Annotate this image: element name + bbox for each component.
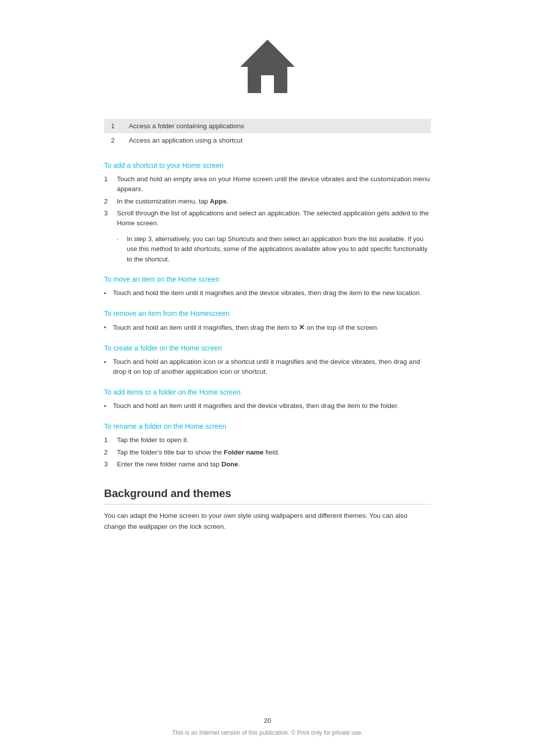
- list-item: 1 Touch and hold an empty area on your H…: [104, 174, 431, 195]
- section-heading: To add a shortcut to your Home screen: [104, 161, 431, 169]
- section-heading: To add items to a folder on the Home scr…: [104, 388, 431, 396]
- table-row: 2 Access an application using a shortcut: [104, 133, 431, 148]
- section-heading: To rename a folder on the Home screen: [104, 422, 431, 430]
- bullet-list: • Touch and hold an application icon or …: [104, 357, 431, 378]
- section-remove-item: To remove an item from the Homescreen • …: [104, 309, 431, 333]
- home-icon: [235, 35, 300, 99]
- list-item: • Touch and hold the item until it magni…: [104, 288, 431, 299]
- table-row: 1 Access a folder containing application…: [104, 119, 431, 133]
- numbered-list: 1 Touch and hold an empty area on your H…: [104, 174, 431, 228]
- bg-themes-text: You can adapt the Home screen to your ow…: [104, 510, 431, 532]
- section-create-folder: To create a folder on the Home screen • …: [104, 344, 431, 378]
- section-add-shortcut: To add a shortcut to your Home screen 1 …: [104, 161, 431, 264]
- note-text: In step 3, alternatively, you can tap Sh…: [127, 234, 431, 264]
- page-content: 1 Access a folder containing application…: [74, 0, 461, 575]
- section-bg-themes: Background and themes You can adapt the …: [104, 487, 431, 532]
- page-footer: 20 This is an Internet version of this p…: [0, 717, 535, 736]
- page-number: 20: [0, 717, 535, 724]
- row-desc: Access an application using a shortcut: [129, 137, 243, 144]
- svg-marker-0: [240, 40, 295, 93]
- section-add-items-folder: To add items to a folder on the Home scr…: [104, 388, 431, 411]
- section-heading: To create a folder on the Home screen: [104, 344, 431, 352]
- bullet-list: • Touch and hold an item until it magnif…: [104, 322, 431, 333]
- bullet-list: • Touch and hold the item until it magni…: [104, 288, 431, 299]
- list-item: 2 Tap the folder's title bar to show the…: [104, 448, 431, 457]
- list-item: 2 In the customization menu, tap Apps.: [104, 197, 431, 206]
- section-heading: To move an item on the Home screen: [104, 275, 431, 283]
- list-item: • Touch and hold an item until it magnif…: [104, 401, 431, 411]
- section-heading: To remove an item from the Homescreen: [104, 309, 431, 317]
- section-move-item: To move an item on the Home screen • Tou…: [104, 275, 431, 299]
- list-item: 3 Enter the new folder name and tap Done…: [104, 459, 431, 469]
- list-item: 1 Tap the folder to open it.: [104, 435, 431, 445]
- legend-table: 1 Access a folder containing application…: [104, 119, 431, 148]
- numbered-list: 1 Tap the folder to open it. 2 Tap the f…: [104, 435, 431, 469]
- bg-themes-heading: Background and themes: [104, 487, 431, 504]
- note-box: · In step 3, alternatively, you can tap …: [117, 234, 431, 264]
- footer-note: This is an Internet version of this publ…: [0, 729, 535, 736]
- section-rename-folder: To rename a folder on the Home screen 1 …: [104, 422, 431, 469]
- row-num: 1: [111, 122, 129, 130]
- bullet-list: • Touch and hold an item until it magnif…: [104, 401, 431, 411]
- list-item: • Touch and hold an item until it magnif…: [104, 322, 431, 333]
- row-desc: Access a folder containing applications: [129, 122, 244, 130]
- row-num: 2: [111, 137, 129, 144]
- list-item: 3 Scroll through the list of application…: [104, 208, 431, 229]
- home-icon-container: [104, 35, 431, 99]
- list-item: • Touch and hold an application icon or …: [104, 357, 431, 378]
